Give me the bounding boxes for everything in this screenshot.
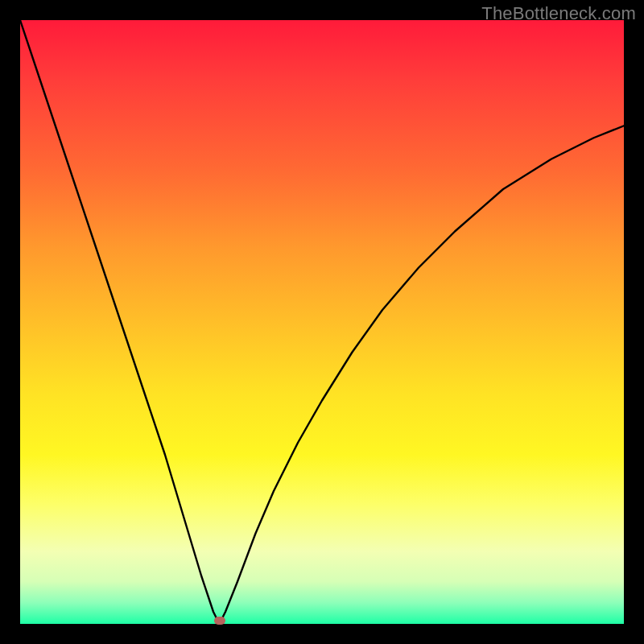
watermark-label: TheBottleneck.com <box>481 3 636 24</box>
optimum-marker <box>214 617 225 625</box>
chart-frame: TheBottleneck.com <box>0 0 644 644</box>
bottleneck-curve <box>20 20 624 621</box>
plot-area <box>20 20 624 624</box>
curve-svg <box>20 20 624 624</box>
